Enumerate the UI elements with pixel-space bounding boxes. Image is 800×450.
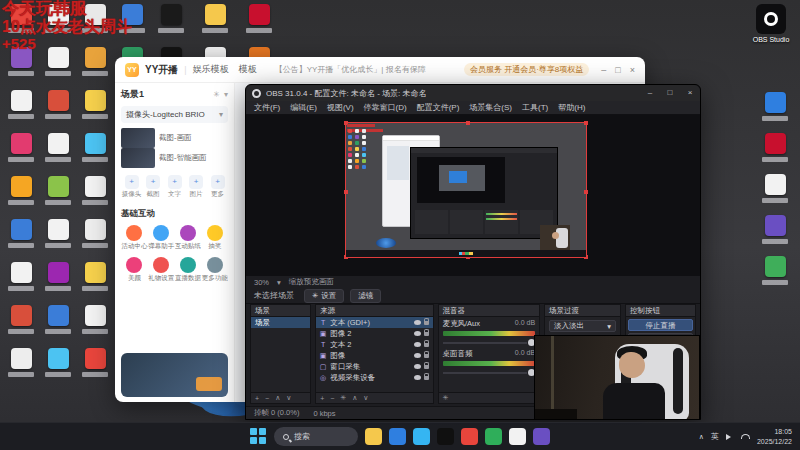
maximize-icon[interactable]: □ bbox=[660, 85, 680, 101]
yy-interact-item[interactable]: 直播数据 bbox=[175, 257, 202, 283]
yy-source-item[interactable]: 截图-画面 bbox=[121, 128, 228, 148]
obs-menu-item[interactable]: 工具(T) bbox=[522, 102, 548, 113]
visibility-eye-icon[interactable] bbox=[414, 375, 421, 380]
lock-icon[interactable] bbox=[424, 343, 429, 347]
taskbar-app-icon[interactable] bbox=[533, 428, 550, 445]
obs-menu-item[interactable]: 编辑(E) bbox=[290, 102, 317, 113]
obs-menu-item[interactable]: 视图(V) bbox=[327, 102, 354, 113]
desktop-icon[interactable] bbox=[78, 305, 112, 334]
clock[interactable]: 18:05 2025/12/22 bbox=[757, 427, 792, 445]
yy-add-tool-button[interactable]: +更多 bbox=[207, 175, 228, 199]
source-row[interactable]: T文本 (GDI+) bbox=[316, 317, 432, 328]
volume-slider[interactable] bbox=[443, 368, 536, 377]
yy-add-tool-button[interactable]: +文字 bbox=[164, 175, 185, 199]
yy-interact-item[interactable]: 美颜 bbox=[121, 257, 148, 283]
obs-menu-item[interactable]: 文件(F) bbox=[254, 102, 280, 113]
desktop-icon[interactable] bbox=[78, 348, 112, 377]
taskbar-app-icon[interactable] bbox=[413, 428, 430, 445]
desktop-icon[interactable] bbox=[41, 90, 75, 119]
desktop-icon[interactable] bbox=[4, 262, 38, 291]
source-row[interactable]: T文本 2 bbox=[316, 339, 432, 350]
obs-menu-item[interactable]: 配置文件(P) bbox=[417, 102, 460, 113]
taskbar-app-icon[interactable] bbox=[437, 428, 454, 445]
desktop-icon-obs-studio[interactable]: OBS Studio bbox=[748, 4, 794, 43]
desktop-icon[interactable] bbox=[198, 4, 232, 33]
desktop-icon[interactable] bbox=[78, 176, 112, 205]
lock-icon[interactable] bbox=[424, 365, 429, 369]
desktop-icon[interactable] bbox=[78, 133, 112, 162]
network-icon[interactable] bbox=[741, 434, 750, 439]
lock-icon[interactable] bbox=[424, 321, 429, 325]
resize-handle[interactable] bbox=[466, 121, 470, 125]
obs-preview-canvas[interactable] bbox=[246, 115, 700, 276]
desktop-icon[interactable] bbox=[758, 215, 792, 244]
desktop-icon[interactable] bbox=[758, 133, 792, 162]
language-indicator[interactable]: 英 bbox=[711, 431, 719, 442]
desktop-icon[interactable] bbox=[758, 174, 792, 203]
yy-interact-item[interactable]: 礼物设置 bbox=[148, 257, 175, 283]
volume-slider[interactable] bbox=[443, 338, 536, 347]
minimize-icon[interactable]: – bbox=[601, 65, 606, 75]
yy-add-tool-button[interactable]: +图片 bbox=[186, 175, 207, 199]
desktop-icon[interactable] bbox=[41, 219, 75, 248]
desktop-icon[interactable] bbox=[154, 4, 188, 33]
yy-template-button[interactable]: 模板 bbox=[239, 63, 257, 76]
desktop-icon[interactable] bbox=[4, 133, 38, 162]
volume-icon[interactable] bbox=[726, 434, 734, 440]
desktop-icon[interactable] bbox=[242, 4, 276, 33]
yy-interact-item[interactable]: 抽奖 bbox=[201, 225, 228, 251]
add-source-icon[interactable]: + bbox=[320, 395, 324, 402]
desktop-icon[interactable] bbox=[4, 90, 38, 119]
desktop-icon[interactable] bbox=[41, 348, 75, 377]
taskbar-app-icon[interactable] bbox=[485, 428, 502, 445]
obs-menu-item[interactable]: 帮助(H) bbox=[558, 102, 585, 113]
move-down-icon[interactable]: ∨ bbox=[286, 394, 291, 402]
desktop-icon[interactable] bbox=[4, 305, 38, 334]
yy-source-item[interactable]: 截图-智能画面 bbox=[121, 148, 228, 168]
obs-preview-source-display-capture[interactable] bbox=[346, 123, 586, 257]
control-button[interactable]: 停止直播 bbox=[628, 319, 693, 331]
visibility-eye-icon[interactable] bbox=[414, 320, 421, 325]
taskbar-app-icon[interactable] bbox=[509, 428, 526, 445]
chevron-down-icon[interactable]: ▾ bbox=[224, 90, 228, 99]
source-row[interactable]: ▣图像 2 bbox=[316, 328, 432, 339]
lock-icon[interactable] bbox=[424, 376, 429, 380]
obs-menu-item[interactable]: 场景集合(S) bbox=[469, 102, 512, 113]
move-down-icon[interactable]: ∨ bbox=[363, 394, 368, 402]
obs-menu-item[interactable]: 停靠窗口(D) bbox=[364, 102, 407, 113]
source-row[interactable]: ▢窗口采集 bbox=[316, 361, 432, 372]
gear-icon[interactable]: ✳ bbox=[213, 90, 220, 99]
source-row[interactable]: ◎视频采集设备 bbox=[316, 372, 432, 383]
lock-icon[interactable] bbox=[424, 354, 429, 358]
filters-button[interactable]: 滤镜 bbox=[350, 289, 381, 303]
yy-vip-banner[interactable]: 会员服务 开通会员·尊享8项权益 bbox=[464, 63, 589, 76]
yy-interact-item[interactable]: 更多功能 bbox=[201, 257, 228, 283]
transition-select[interactable]: 淡入淡出 ▾ bbox=[549, 320, 616, 332]
yy-add-tool-button[interactable]: +截图 bbox=[143, 175, 164, 199]
yy-promo-card[interactable] bbox=[121, 353, 228, 397]
yy-interact-item[interactable]: 活动中心 bbox=[121, 225, 148, 251]
source-row[interactable]: ▣图像 bbox=[316, 350, 432, 361]
resize-handle[interactable] bbox=[344, 190, 348, 194]
desktop-icon[interactable] bbox=[41, 305, 75, 334]
remove-scene-icon[interactable]: − bbox=[265, 395, 269, 402]
move-up-icon[interactable]: ∧ bbox=[352, 394, 357, 402]
visibility-eye-icon[interactable] bbox=[414, 353, 421, 358]
desktop-icon[interactable] bbox=[4, 219, 38, 248]
desktop-icon[interactable] bbox=[78, 219, 112, 248]
desktop-icon[interactable] bbox=[41, 262, 75, 291]
yy-add-tool-button[interactable]: +摄像头 bbox=[121, 175, 142, 199]
remove-source-icon[interactable]: − bbox=[330, 395, 334, 402]
desktop-icon[interactable] bbox=[41, 176, 75, 205]
desktop-icon[interactable] bbox=[4, 176, 38, 205]
scene-settings-button[interactable]: ✳设置 bbox=[304, 289, 344, 303]
yy-camera-source[interactable]: 摄像头-Logitech BRIO ▾ bbox=[121, 106, 228, 123]
add-scene-icon[interactable]: + bbox=[255, 395, 259, 402]
taskbar-app-icon[interactable] bbox=[461, 428, 478, 445]
start-button[interactable] bbox=[250, 428, 267, 445]
close-icon[interactable]: × bbox=[630, 65, 635, 75]
visibility-eye-icon[interactable] bbox=[414, 364, 421, 369]
source-properties-icon[interactable]: ✳ bbox=[340, 394, 346, 402]
yy-announcement[interactable]: 【公告】YY开播「优化成长」| 报名有保障 bbox=[275, 64, 426, 75]
mixer-settings-icon[interactable]: ✳ bbox=[443, 394, 449, 402]
